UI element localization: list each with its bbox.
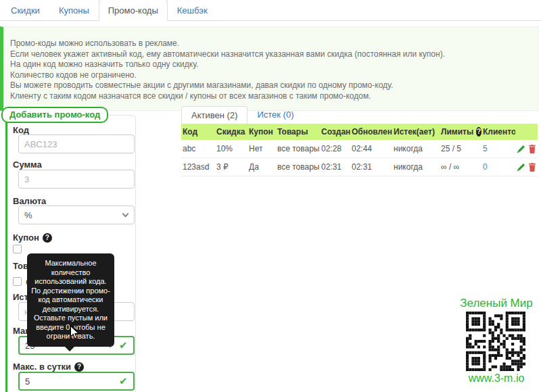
column-header-clients: Клиентов [481, 127, 515, 137]
delete-trash-icon[interactable] [528, 163, 536, 172]
cell-code: 123asd [181, 162, 215, 172]
edit-pencil-icon[interactable] [517, 163, 525, 172]
amount-input[interactable] [18, 170, 135, 189]
mouse-cursor [70, 325, 80, 341]
promo-codes-page: СкидкиКупоныПромо-кодыКешбэк Промо-коды … [0, 0, 541, 392]
cell-discount: 10% [215, 144, 248, 153]
column-header-products: Товары [276, 127, 320, 137]
cell-actions [515, 163, 538, 172]
cell-updated: 02:44 [350, 144, 392, 153]
code-input[interactable] [18, 134, 135, 153]
amount-label: Сумма [13, 160, 42, 170]
cell-products: все товары [276, 162, 320, 172]
cell-expires: никогда [392, 144, 440, 153]
info-line: Промо-коды можно использовать в рекламе. [10, 39, 531, 49]
delete-trash-icon[interactable] [528, 145, 536, 153]
column-header-created: Создан [320, 127, 350, 137]
max-daily-help-icon[interactable]: ? [74, 362, 84, 372]
currency-select[interactable]: % [18, 205, 135, 224]
cell-clients-link[interactable]: 5 [481, 144, 515, 153]
cell-discount: 3 ₽ [215, 162, 248, 172]
info-line: Если человек укажет активный код, ему ав… [10, 49, 531, 60]
promo-list-tab-bar: Активен (2)Истек (0) [181, 106, 303, 124]
promo-list-tab[interactable]: Активен (2) [181, 106, 248, 124]
cell-products: все товары [276, 144, 320, 153]
top-tab[interactable]: Скидки [1, 0, 49, 21]
cell-created: 02:28 [320, 144, 350, 153]
code-label: Код [13, 125, 29, 135]
qr-code [466, 312, 525, 371]
cell-limits: 25 / 5 [440, 144, 481, 153]
add-promo-code-legend: Добавить промо-код [1, 107, 108, 123]
valid-check-icon: ✔ [119, 375, 128, 387]
info-line: Вы можете проводить совместные акции с д… [10, 80, 531, 91]
top-tab[interactable]: Купоны [49, 0, 99, 21]
cell-updated: 02:31 [350, 162, 392, 172]
brand-title: Зеленый Мир [452, 297, 541, 310]
column-header-code: Код [181, 127, 215, 137]
table-row: abc 10% Нет все товары 02:28 02:44 никог… [181, 140, 538, 158]
cell-expires: никогда [392, 162, 440, 172]
brand-url: www.3-m.io [452, 372, 541, 385]
top-tab-bar: СкидкиКупоныПромо-кодыКешбэк [0, 0, 541, 21]
info-box: Промо-коды можно использовать в рекламе.… [0, 26, 538, 111]
info-line: Количество кодов не ограничено. [10, 70, 531, 81]
promo-codes-table: Код Скидка Купон Товары Создан Обновлен … [181, 124, 538, 176]
column-header-discount: Скидка [215, 127, 248, 137]
column-header-limits: Лимиты ? [440, 127, 481, 137]
edit-pencil-icon[interactable] [517, 145, 525, 153]
column-header-updated: Обновлен [350, 127, 392, 137]
info-line: На один код можно назначить только одну … [10, 59, 531, 70]
cell-actions [515, 145, 538, 153]
cell-created: 02:31 [320, 162, 350, 172]
valid-check-icon: ✔ [119, 339, 128, 351]
max-daily-input[interactable] [18, 372, 135, 391]
top-tab[interactable]: Промо-коды [99, 0, 168, 21]
limits-help-icon[interactable]: ? [476, 127, 481, 137]
cell-limits: ∞ / ∞ [440, 162, 481, 172]
table-header-row: Код Скидка Купон Товары Создан Обновлен … [181, 124, 538, 140]
cell-coupon: Да [248, 162, 276, 172]
cell-code: abc [181, 144, 215, 153]
coupon-label: Купон ? [13, 232, 52, 243]
top-tab[interactable]: Кешбэк [168, 0, 217, 21]
table-body: abc 10% Нет все товары 02:28 02:44 никог… [181, 140, 538, 176]
currency-label: Валюта [13, 196, 46, 206]
column-header-expires: Истек(ает) [392, 127, 440, 137]
column-header-coupon: Купон [248, 127, 276, 137]
cell-clients-link[interactable]: 0 [481, 162, 515, 172]
promo-list-tab[interactable]: Истек (0) [248, 106, 303, 124]
info-line: Клиенту с таким кодом назначатся все ски… [10, 91, 531, 102]
coupon-checkbox[interactable] [13, 245, 22, 253]
max-daily-label: Макс. в сутки ? [13, 362, 84, 372]
coupon-help-icon[interactable]: ? [43, 233, 52, 243]
products-limit-checkbox[interactable] [13, 277, 22, 286]
cell-coupon: Нет [248, 144, 276, 153]
table-row: 123asd 3 ₽ Да все товары 02:31 02:31 ник… [181, 158, 538, 176]
